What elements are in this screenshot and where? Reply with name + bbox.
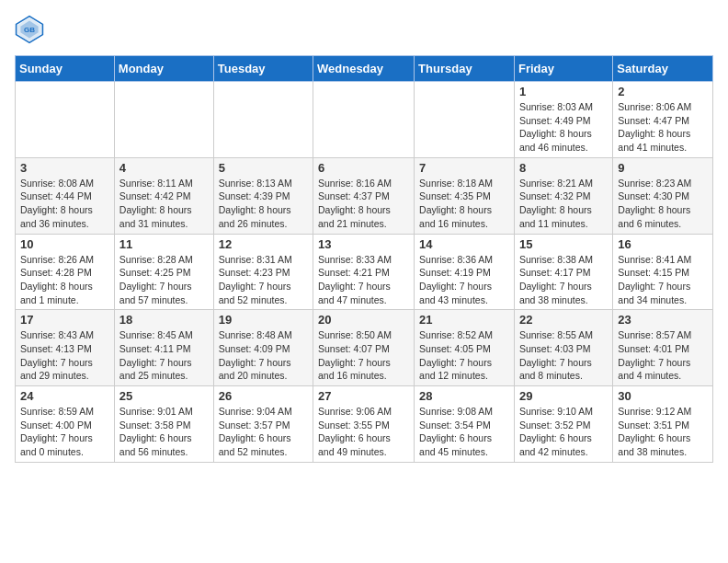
calendar-table: SundayMondayTuesdayWednesdayThursdayFrid… [15,55,713,463]
day-info: Sunrise: 8:57 AM Sunset: 4:01 PM Dayligh… [618,328,708,383]
day-number: 26 [219,389,308,403]
day-number: 16 [618,237,708,251]
calendar-week-3: 10Sunrise: 8:26 AM Sunset: 4:28 PM Dayli… [16,234,713,310]
calendar-day: 4Sunrise: 8:11 AM Sunset: 4:42 PM Daylig… [114,157,213,234]
day-info: Sunrise: 8:43 AM Sunset: 4:13 PM Dayligh… [20,328,109,383]
day-info: Sunrise: 9:01 AM Sunset: 3:58 PM Dayligh… [119,405,209,459]
calendar-day: 9Sunrise: 8:23 AM Sunset: 4:30 PM Daylig… [613,157,713,234]
day-number: 12 [219,237,308,251]
calendar-day: 5Sunrise: 8:13 AM Sunset: 4:39 PM Daylig… [213,157,313,234]
day-number: 13 [318,237,409,251]
day-info: Sunrise: 8:26 AM Sunset: 4:28 PM Dayligh… [20,253,109,307]
day-number: 9 [618,161,708,175]
calendar-week-5: 24Sunrise: 8:59 AM Sunset: 4:00 PM Dayli… [16,386,713,463]
calendar-day: 16Sunrise: 8:41 AM Sunset: 4:15 PM Dayli… [613,234,713,310]
day-info: Sunrise: 9:10 AM Sunset: 3:52 PM Dayligh… [519,405,608,459]
calendar-day [313,82,415,158]
day-info: Sunrise: 8:06 AM Sunset: 4:47 PM Dayligh… [618,100,708,155]
day-info: Sunrise: 8:28 AM Sunset: 4:25 PM Dayligh… [119,253,209,307]
calendar-day: 20Sunrise: 8:50 AM Sunset: 4:07 PM Dayli… [313,310,415,386]
calendar-week-4: 17Sunrise: 8:43 AM Sunset: 4:13 PM Dayli… [16,310,713,386]
day-number: 4 [119,161,209,175]
day-number: 1 [519,85,608,98]
day-info: Sunrise: 8:13 AM Sunset: 4:39 PM Dayligh… [219,177,308,231]
calendar-day: 30Sunrise: 9:12 AM Sunset: 3:51 PM Dayli… [613,386,713,463]
day-header-sunday: Sunday [16,56,115,82]
svg-text:GB: GB [24,26,35,34]
day-info: Sunrise: 8:03 AM Sunset: 4:49 PM Dayligh… [519,100,608,155]
day-number: 29 [519,389,608,403]
calendar-day [114,82,213,158]
logo-icon: GB [15,15,44,44]
day-info: Sunrise: 8:33 AM Sunset: 4:21 PM Dayligh… [318,253,409,307]
day-info: Sunrise: 8:55 AM Sunset: 4:03 PM Dayligh… [519,328,608,383]
day-info: Sunrise: 8:16 AM Sunset: 4:37 PM Dayligh… [318,177,409,231]
day-info: Sunrise: 8:31 AM Sunset: 4:23 PM Dayligh… [219,253,308,307]
day-info: Sunrise: 8:48 AM Sunset: 4:09 PM Dayligh… [219,328,308,383]
day-info: Sunrise: 8:52 AM Sunset: 4:05 PM Dayligh… [419,328,509,383]
calendar-day: 24Sunrise: 8:59 AM Sunset: 4:00 PM Dayli… [16,386,115,463]
day-number: 11 [119,237,209,251]
calendar-day [415,82,515,158]
day-number: 22 [519,313,608,327]
day-info: Sunrise: 8:45 AM Sunset: 4:11 PM Dayligh… [119,328,209,383]
day-number: 28 [419,389,509,403]
day-info: Sunrise: 8:36 AM Sunset: 4:19 PM Dayligh… [419,253,509,307]
day-number: 17 [20,313,109,327]
day-header-saturday: Saturday [613,56,713,82]
calendar-day: 6Sunrise: 8:16 AM Sunset: 4:37 PM Daylig… [313,157,415,234]
day-number: 24 [20,389,109,403]
day-info: Sunrise: 8:11 AM Sunset: 4:42 PM Dayligh… [119,177,209,231]
day-number: 21 [419,313,509,327]
calendar-day [213,82,313,158]
day-header-friday: Friday [514,56,612,82]
calendar-day: 3Sunrise: 8:08 AM Sunset: 4:44 PM Daylig… [16,157,115,234]
day-info: Sunrise: 8:08 AM Sunset: 4:44 PM Dayligh… [20,177,109,231]
page-header: GB [15,15,713,44]
day-number: 5 [219,161,308,175]
day-number: 15 [519,237,608,251]
calendar-day: 18Sunrise: 8:45 AM Sunset: 4:11 PM Dayli… [114,310,213,386]
day-header-tuesday: Tuesday [213,56,313,82]
calendar-day: 22Sunrise: 8:55 AM Sunset: 4:03 PM Dayli… [514,310,612,386]
day-info: Sunrise: 8:59 AM Sunset: 4:00 PM Dayligh… [20,405,109,459]
calendar-week-1: 1Sunrise: 8:03 AM Sunset: 4:49 PM Daylig… [16,82,713,158]
day-number: 8 [519,161,608,175]
calendar-day: 12Sunrise: 8:31 AM Sunset: 4:23 PM Dayli… [213,234,313,310]
calendar-day: 29Sunrise: 9:10 AM Sunset: 3:52 PM Dayli… [514,386,612,463]
day-number: 2 [618,85,708,98]
calendar-week-2: 3Sunrise: 8:08 AM Sunset: 4:44 PM Daylig… [16,157,713,234]
day-number: 3 [20,161,109,175]
calendar-day: 7Sunrise: 8:18 AM Sunset: 4:35 PM Daylig… [415,157,515,234]
calendar-day: 11Sunrise: 8:28 AM Sunset: 4:25 PM Dayli… [114,234,213,310]
calendar-day: 23Sunrise: 8:57 AM Sunset: 4:01 PM Dayli… [613,310,713,386]
day-info: Sunrise: 9:08 AM Sunset: 3:54 PM Dayligh… [419,405,509,459]
calendar-day [16,82,115,158]
calendar-day: 10Sunrise: 8:26 AM Sunset: 4:28 PM Dayli… [16,234,115,310]
calendar-header-row: SundayMondayTuesdayWednesdayThursdayFrid… [16,56,713,82]
calendar-day: 21Sunrise: 8:52 AM Sunset: 4:05 PM Dayli… [415,310,515,386]
day-info: Sunrise: 9:12 AM Sunset: 3:51 PM Dayligh… [618,405,708,459]
day-number: 19 [219,313,308,327]
day-number: 10 [20,237,109,251]
calendar-day: 25Sunrise: 9:01 AM Sunset: 3:58 PM Dayli… [114,386,213,463]
calendar-day: 15Sunrise: 8:38 AM Sunset: 4:17 PM Dayli… [514,234,612,310]
day-info: Sunrise: 8:50 AM Sunset: 4:07 PM Dayligh… [318,328,409,383]
calendar-day: 1Sunrise: 8:03 AM Sunset: 4:49 PM Daylig… [514,82,612,158]
day-number: 14 [419,237,509,251]
day-number: 6 [318,161,409,175]
day-number: 20 [318,313,409,327]
calendar-day: 14Sunrise: 8:36 AM Sunset: 4:19 PM Dayli… [415,234,515,310]
day-number: 27 [318,389,409,403]
day-number: 7 [419,161,509,175]
calendar-day: 26Sunrise: 9:04 AM Sunset: 3:57 PM Dayli… [213,386,313,463]
day-header-wednesday: Wednesday [313,56,415,82]
day-info: Sunrise: 8:21 AM Sunset: 4:32 PM Dayligh… [519,177,608,231]
day-number: 25 [119,389,209,403]
calendar-day: 8Sunrise: 8:21 AM Sunset: 4:32 PM Daylig… [514,157,612,234]
day-info: Sunrise: 9:04 AM Sunset: 3:57 PM Dayligh… [219,405,308,459]
calendar-day: 28Sunrise: 9:08 AM Sunset: 3:54 PM Dayli… [415,386,515,463]
day-number: 18 [119,313,209,327]
day-info: Sunrise: 8:38 AM Sunset: 4:17 PM Dayligh… [519,253,608,307]
calendar-day: 2Sunrise: 8:06 AM Sunset: 4:47 PM Daylig… [613,82,713,158]
